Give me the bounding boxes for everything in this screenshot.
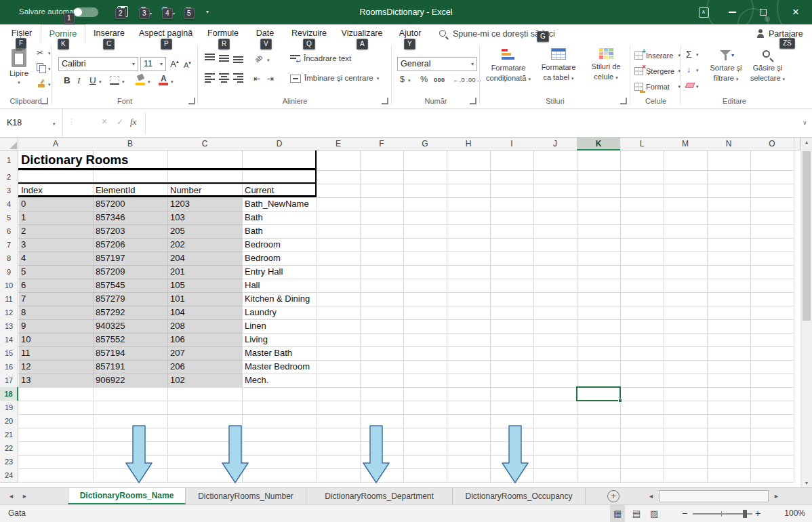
italic-button[interactable]: I	[77, 76, 81, 85]
column-header-I[interactable]: I	[490, 138, 534, 150]
align-center-icon[interactable]	[219, 73, 229, 83]
down-arrow-2[interactable]	[222, 426, 248, 483]
cell-D4[interactable]: Bath_NewName	[245, 197, 309, 211]
sheet-tab-DictionaryRooms_Occupancy[interactable]: DictionaryRooms_Occupancy	[453, 488, 586, 504]
row-header-1[interactable]: 1	[0, 150, 18, 171]
cell-A4[interactable]: 0	[21, 197, 26, 211]
zoom-level[interactable]: 100%	[770, 505, 805, 522]
sheet-scroll-right-icon[interactable]: ►	[22, 494, 28, 500]
scroll-down-icon[interactable]: ▾	[801, 480, 812, 486]
cell-B7[interactable]: 857206	[96, 238, 125, 252]
formula-enter-icon[interactable]: ✓	[117, 118, 123, 126]
column-header-H[interactable]: H	[447, 138, 491, 150]
chevron-down-icon[interactable]: ▾	[173, 12, 175, 16]
down-arrow-3[interactable]	[363, 426, 389, 483]
autosave-toggle[interactable]	[73, 7, 98, 17]
formula-cancel-icon[interactable]: ×	[102, 117, 107, 126]
zoom-in-button[interactable]: +	[755, 505, 760, 522]
row-header-13[interactable]: 13	[0, 319, 18, 334]
percent-format-icon[interactable]: %	[420, 75, 428, 84]
minimize-button[interactable]	[720, 0, 744, 24]
cell-B12[interactable]: 857292	[96, 306, 125, 319]
increase-indent-icon[interactable]: ⇥	[267, 75, 274, 83]
cell-C7[interactable]: 202	[170, 238, 185, 252]
sheet-tab-DictionaryRooms_Number[interactable]: DictionaryRooms_Number	[186, 488, 306, 504]
cell-C17[interactable]: 102	[170, 374, 185, 387]
format-as-table-button[interactable]: Formatare ca tabel ▾	[535, 48, 582, 81]
cell-C4[interactable]: 1203	[170, 197, 190, 211]
font-color-icon[interactable]: A	[161, 75, 167, 83]
cell-D14[interactable]: Living	[245, 333, 268, 346]
cell-D7[interactable]: Bedroom	[245, 238, 281, 252]
column-header-M[interactable]: M	[664, 138, 708, 150]
name-box[interactable]: K18 ▾	[0, 109, 63, 137]
scroll-up-icon[interactable]: ▴	[801, 139, 812, 145]
cell-B9[interactable]: 857209	[96, 265, 125, 279]
row-header-9[interactable]: 9	[0, 265, 18, 279]
cell-B13[interactable]: 940325	[96, 319, 125, 333]
delete-cells-button[interactable]: × Ștergere ▾	[634, 65, 681, 77]
paste-button[interactable]: Lipire ▾	[3, 45, 35, 96]
orientation-icon[interactable]: ab	[253, 54, 264, 64]
row-header-7[interactable]: 7	[0, 238, 18, 252]
cell-D5[interactable]: Bath	[245, 211, 263, 224]
cell-D10[interactable]: Hall	[245, 279, 260, 292]
cell-C15[interactable]: 207	[170, 346, 185, 360]
page-layout-view-button[interactable]: ▤	[629, 505, 644, 522]
close-button[interactable]: ×	[781, 0, 811, 24]
normal-view-button[interactable]: ▦	[610, 505, 625, 522]
column-header-F[interactable]: F	[360, 138, 404, 150]
column-header-C[interactable]: C	[167, 138, 243, 150]
cell-A6[interactable]: 2	[21, 224, 26, 238]
down-arrow-1[interactable]	[126, 426, 152, 483]
cell-A3[interactable]: Index	[21, 184, 43, 197]
row-header-4[interactable]: 4	[0, 197, 18, 212]
row-header-5[interactable]: 5	[0, 211, 18, 225]
cell-A11[interactable]: 7	[21, 292, 26, 306]
row-header-16[interactable]: 16	[0, 360, 18, 374]
cell-B4[interactable]: 857200	[96, 197, 125, 211]
sheet-scroll-left-icon[interactable]: ◄	[8, 494, 14, 500]
cell-D3[interactable]: Current	[245, 184, 274, 197]
cell-D13[interactable]: Linen	[245, 319, 266, 333]
cell-D12[interactable]: Laundry	[245, 306, 277, 319]
cell-C5[interactable]: 103	[170, 211, 185, 224]
column-header-K[interactable]: K	[577, 138, 621, 150]
number-dialog-launcher[interactable]	[470, 98, 476, 104]
cell-A14[interactable]: 10	[21, 333, 31, 346]
conditional-formatting-button[interactable]: Formatare condiționată ▾	[484, 48, 533, 82]
cell-D11[interactable]: Kitchen & Dining	[245, 292, 310, 306]
cell-B6[interactable]: 857203	[96, 224, 125, 238]
selected-cell-K18[interactable]	[576, 386, 621, 401]
decrease-font-icon[interactable]: A▾	[184, 60, 191, 69]
row-header-17[interactable]: 17	[0, 374, 18, 388]
fill-color-icon[interactable]	[136, 75, 146, 81]
align-bottom-icon[interactable]	[233, 54, 243, 63]
underline-button[interactable]: U	[89, 76, 96, 85]
row-header-8[interactable]: 8	[0, 252, 18, 266]
borders-icon[interactable]	[110, 76, 119, 85]
horizontal-scrollbar-thumb[interactable]	[659, 490, 769, 502]
styles-dialog-launcher[interactable]	[620, 98, 627, 104]
cell-C16[interactable]: 206	[170, 360, 185, 374]
font-dialog-launcher[interactable]	[188, 98, 195, 104]
row-header-14[interactable]: 14	[0, 333, 18, 347]
row-header-2[interactable]: 2	[0, 170, 18, 184]
cell-B14[interactable]: 857552	[96, 333, 125, 346]
fill-icon[interactable]: ↓	[687, 66, 691, 74]
cell-B8[interactable]: 857197	[96, 252, 125, 265]
cell-C3[interactable]: Number	[170, 184, 201, 197]
zoom-out-button[interactable]: −	[682, 505, 687, 522]
cell-C11[interactable]: 101	[170, 292, 185, 306]
increase-font-icon[interactable]: A▴	[170, 59, 179, 69]
clear-icon[interactable]	[685, 83, 695, 88]
autosum-icon[interactable]: Σ	[686, 49, 692, 59]
cell-C9[interactable]: 201	[170, 265, 185, 279]
column-header-O[interactable]: O	[750, 138, 794, 150]
cell-A8[interactable]: 4	[21, 252, 26, 265]
vertical-scrollbar[interactable]: ▴ ▾	[800, 138, 812, 487]
down-arrow-4[interactable]	[502, 426, 528, 483]
cell-C6[interactable]: 205	[170, 224, 185, 238]
align-top-icon[interactable]	[205, 54, 215, 63]
row-header-19[interactable]: 19	[0, 401, 18, 415]
